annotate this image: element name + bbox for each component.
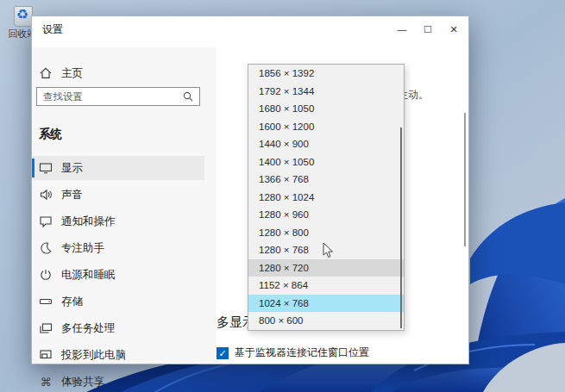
close-button[interactable]: ✕ <box>441 16 467 42</box>
sidebar-item-label: 电源和睡眠 <box>61 268 116 283</box>
settings-window: 设置 — ☐ ✕ 主页 查找设置 系统 显示 <box>31 16 469 364</box>
sidebar-item-notifications[interactable]: 通知和操作 <box>32 209 204 233</box>
sidebar-item-label: 主页 <box>61 66 83 81</box>
focus-assist-icon <box>39 241 53 255</box>
sidebar-item-shared-experiences[interactable]: ⌘ 体验共享 <box>32 370 204 392</box>
sidebar-item-focus-assist[interactable]: 专注助手 <box>32 236 204 260</box>
notifications-icon <box>39 215 53 228</box>
window-scrollbar-thumb[interactable] <box>464 113 466 246</box>
checkbox-checked[interactable]: ✓ <box>217 347 229 359</box>
sidebar-item-label: 存储 <box>61 295 83 309</box>
resolution-option[interactable]: 800 × 600 <box>248 312 404 330</box>
checkbox-label: 基于监视器连接记住窗口位置 <box>235 345 369 360</box>
search-placeholder: 查找设置 <box>43 90 181 103</box>
resolution-option[interactable]: 1280 × 720 <box>248 259 404 277</box>
sidebar-nav-list: 显示 声音 通知和操作 专注助手 电源和睡眠 存储 多任务处理 投影到此电脑 ⌘… <box>32 156 217 364</box>
power-sleep-icon <box>39 268 53 282</box>
resolution-option[interactable]: 1152 × 864 <box>248 277 404 295</box>
resolution-option[interactable]: 1280 × 1024 <box>248 189 404 207</box>
minimize-button[interactable]: — <box>389 16 415 42</box>
sidebar-item-label: 通知和操作 <box>61 215 116 229</box>
svg-text:⌘: ⌘ <box>41 376 52 389</box>
search-icon <box>181 90 195 103</box>
sidebar-item-label: 专注助手 <box>61 241 104 256</box>
sidebar-item-storage[interactable]: 存储 <box>32 289 204 314</box>
settings-search-input[interactable]: 查找设置 <box>36 87 200 106</box>
dropdown-scrollbar-thumb[interactable] <box>400 128 402 328</box>
sidebar-item-label: 多任务处理 <box>61 321 116 336</box>
sidebar-item-sound[interactable]: 声音 <box>32 183 204 207</box>
sidebar-item-label: 声音 <box>61 188 83 202</box>
storage-icon <box>39 295 53 308</box>
resolution-dropdown-list: 1856 × 13921792 × 13441680 × 10501600 × … <box>248 64 405 331</box>
multitasking-icon <box>39 321 53 335</box>
resolution-option[interactable]: 1792 × 1344 <box>248 83 404 101</box>
mouse-cursor <box>323 242 335 259</box>
resolution-option[interactable]: 1366 × 768 <box>248 171 404 189</box>
display-icon <box>39 161 53 175</box>
shared-experiences-icon: ⌘ <box>39 375 53 389</box>
sidebar-item-label: 投影到此电脑 <box>61 348 126 363</box>
sidebar-item-label: 显示 <box>61 161 83 176</box>
sidebar-section-header: 系统 <box>39 127 62 142</box>
sidebar-item-power-sleep[interactable]: 电源和睡眠 <box>32 263 204 287</box>
sidebar-item-label: 体验共享 <box>61 375 104 389</box>
remember-window-location-row: ✓ 基于监视器连接记住窗口位置 <box>217 345 369 360</box>
resolution-option[interactable]: 1680 × 1050 <box>248 100 404 118</box>
sidebar-item-projecting[interactable]: 投影到此电脑 <box>32 343 204 367</box>
settings-sidebar: 主页 查找设置 系统 显示 声音 通知和操作 专注助手 电源和睡眠 <box>32 47 217 364</box>
home-icon <box>39 66 53 80</box>
window-title: 设置 <box>42 22 63 37</box>
resolution-option[interactable]: 1280 × 960 <box>248 206 404 224</box>
sidebar-item-display[interactable]: 显示 <box>32 156 204 180</box>
sidebar-item-home[interactable]: 主页 <box>32 61 204 85</box>
resolution-option[interactable]: 1440 × 900 <box>248 135 404 153</box>
resolution-option[interactable]: 1600 × 1200 <box>248 118 404 136</box>
desktop-screen: ♻ 回收站 设置 — ☐ ✕ 主页 查找设置 系统 <box>0 0 565 392</box>
projecting-icon <box>39 348 53 362</box>
sidebar-item-multitasking[interactable]: 多任务处理 <box>32 316 204 340</box>
sound-icon <box>39 188 53 202</box>
resolution-option[interactable]: 1024 × 768 <box>248 295 404 313</box>
resolution-option[interactable]: 1400 × 1050 <box>248 153 404 171</box>
maximize-button[interactable]: ☐ <box>415 16 441 42</box>
resolution-option[interactable]: 1856 × 1392 <box>248 65 404 83</box>
title-bar[interactable]: 设置 — ☐ ✕ <box>32 16 468 47</box>
resolution-option[interactable]: 1280 × 800 <box>248 224 404 242</box>
